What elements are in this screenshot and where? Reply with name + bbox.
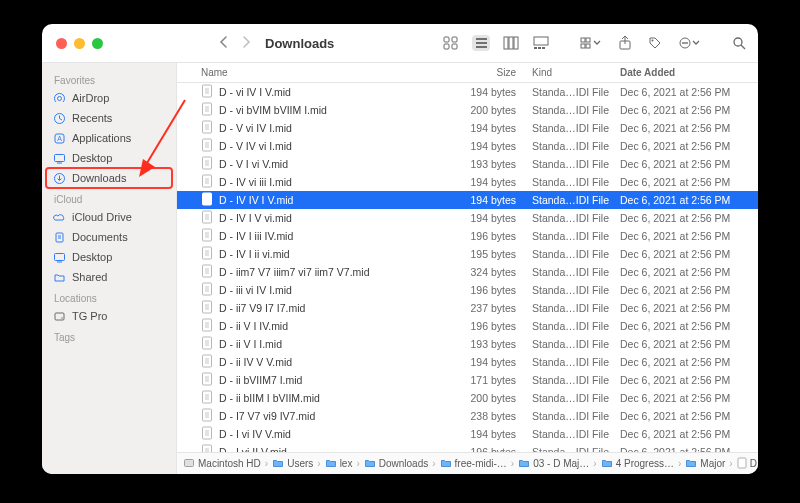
path-crumb[interactable]: Downloads — [364, 457, 428, 471]
forward-button[interactable] — [241, 35, 251, 51]
file-size: 194 bytes — [458, 212, 528, 224]
path-crumb[interactable]: Major — [685, 457, 725, 471]
window-controls — [56, 38, 103, 49]
file-name: D - ii bIIM I bVIIM.mid — [219, 392, 320, 404]
file-size: 194 bytes — [458, 140, 528, 152]
file-date: Dec 6, 2021 at 2:56 PM — [620, 140, 758, 152]
sidebar-item-label: Applications — [72, 132, 131, 144]
file-row[interactable]: D - IV I iii IV.mid196 bytesStanda…IDI F… — [177, 227, 758, 245]
file-row[interactable]: D - V I vi V.mid193 bytesStanda…IDI File… — [177, 155, 758, 173]
file-kind: Standa…IDI File — [528, 194, 620, 206]
file-size: 194 bytes — [458, 356, 528, 368]
icon-view-button[interactable] — [442, 35, 460, 51]
sidebar-item-tgpro[interactable]: TG Pro — [42, 306, 176, 326]
file-icon — [201, 156, 213, 172]
file-name: D - ii bVIIM7 I.mid — [219, 374, 302, 386]
desktop-icon — [52, 250, 66, 264]
file-row[interactable]: D - ii V I I.mid193 bytesStanda…IDI File… — [177, 335, 758, 353]
file-kind: Standa…IDI File — [528, 284, 620, 296]
close-button[interactable] — [56, 38, 67, 49]
file-icon — [201, 300, 213, 316]
sidebar-item-recents[interactable]: Recents — [42, 108, 176, 128]
file-row[interactable]: D - ii7 V9 I7 I7.mid237 bytesStanda…IDI … — [177, 299, 758, 317]
col-date-header[interactable]: Date Added — [620, 67, 758, 78]
svg-line-25 — [741, 45, 745, 49]
crumb-label: Downloads — [379, 458, 428, 469]
file-size: 193 bytes — [458, 338, 528, 350]
file-row[interactable]: D - V vi IV I.mid194 bytesStanda…IDI Fil… — [177, 119, 758, 137]
column-view-button[interactable] — [502, 35, 520, 51]
sidebar-item-downloads[interactable]: Downloads — [46, 168, 172, 188]
file-row[interactable]: D - I vi II V.mid196 bytesStanda…IDI Fil… — [177, 443, 758, 452]
file-row[interactable]: D - vi bVIM bVIIM I.mid200 bytesStanda…I… — [177, 101, 758, 119]
sidebar-item-applications[interactable]: AApplications — [42, 128, 176, 148]
path-crumb[interactable]: lex — [325, 457, 353, 471]
path-crumb[interactable]: 03 - D Maj… — [518, 457, 589, 471]
file-name: D - IV I V vi.mid — [219, 212, 292, 224]
minimize-button[interactable] — [74, 38, 85, 49]
col-name-header[interactable]: Name — [177, 67, 458, 78]
file-row[interactable]: D - IV I ii vi.mid195 bytesStanda…IDI Fi… — [177, 245, 758, 263]
path-crumb[interactable]: D - IV IV I V.mid — [737, 457, 758, 471]
list-view-button[interactable] — [472, 35, 490, 51]
path-crumb[interactable]: Users — [272, 457, 313, 471]
airdrop-icon — [52, 91, 66, 105]
back-button[interactable] — [219, 35, 229, 51]
file-kind: Standa…IDI File — [528, 374, 620, 386]
sidebar-section-header: Tags — [42, 326, 176, 345]
sidebar-item-shared[interactable]: Shared — [42, 267, 176, 287]
action-menu-button[interactable] — [676, 35, 702, 51]
file-row[interactable]: D - ii V I IV.mid196 bytesStanda…IDI Fil… — [177, 317, 758, 335]
file-row[interactable]: D - iii vi IV I.mid196 bytesStanda…IDI F… — [177, 281, 758, 299]
sidebar-item-label: TG Pro — [72, 310, 107, 322]
file-row[interactable]: D - ii IV V V.mid194 bytesStanda…IDI Fil… — [177, 353, 758, 371]
crumb-label: Users — [287, 458, 313, 469]
file-date: Dec 6, 2021 at 2:56 PM — [620, 212, 758, 224]
file-date: Dec 6, 2021 at 2:56 PM — [620, 104, 758, 116]
path-separator: › — [317, 458, 320, 469]
file-rows: D - vi IV I V.mid194 bytesStanda…IDI Fil… — [177, 83, 758, 452]
maximize-button[interactable] — [92, 38, 103, 49]
file-date: Dec 6, 2021 at 2:56 PM — [620, 338, 758, 350]
sidebar-item-label: Desktop — [72, 251, 112, 263]
file-kind: Standa…IDI File — [528, 230, 620, 242]
svg-rect-30 — [54, 154, 64, 161]
col-size-header[interactable]: Size — [458, 67, 528, 78]
file-row[interactable]: D - IV I V vi.mid194 bytesStanda…IDI Fil… — [177, 209, 758, 227]
svg-rect-8 — [509, 37, 513, 49]
share-button[interactable] — [616, 35, 634, 51]
file-kind: Standa…IDI File — [528, 158, 620, 170]
file-row[interactable]: D - iim7 V7 iiim7 vi7 iim7 V7.mid324 byt… — [177, 263, 758, 281]
svg-rect-11 — [534, 47, 537, 49]
sidebar-item-documents[interactable]: Documents — [42, 227, 176, 247]
path-crumb[interactable]: Macintosh HD — [183, 457, 261, 471]
col-kind-header[interactable]: Kind — [528, 67, 620, 78]
crumb-label: 03 - D Maj… — [533, 458, 589, 469]
file-row[interactable]: D - IV IV I V.mid194 bytesStanda…IDI Fil… — [177, 191, 758, 209]
file-row[interactable]: D - IV vi iii I.mid194 bytesStanda…IDI F… — [177, 173, 758, 191]
path-crumb[interactable]: free-midi-… — [440, 457, 507, 471]
file-row[interactable]: D - V IV vi I.mid194 bytesStanda…IDI Fil… — [177, 137, 758, 155]
tags-button[interactable] — [646, 35, 664, 51]
crumb-label: lex — [340, 458, 353, 469]
file-row[interactable]: D - ii bIIM I bVIIM.mid200 bytesStanda…I… — [177, 389, 758, 407]
sidebar-item-desktop2[interactable]: Desktop — [42, 247, 176, 267]
sidebar: FavoritesAirDropRecentsAApplicationsDesk… — [42, 63, 177, 474]
sidebar-item-airdrop[interactable]: AirDrop — [42, 88, 176, 108]
file-row[interactable]: D - I vi IV V.mid194 bytesStanda…IDI Fil… — [177, 425, 758, 443]
file-icon — [201, 282, 213, 298]
group-by-button[interactable] — [578, 35, 604, 51]
file-row[interactable]: D - vi IV I V.mid194 bytesStanda…IDI Fil… — [177, 83, 758, 101]
gallery-view-button[interactable] — [532, 35, 550, 51]
folder-icon — [601, 457, 613, 471]
path-crumb[interactable]: 4 Progress… — [601, 457, 674, 471]
file-icon — [201, 192, 213, 208]
file-row[interactable]: D - ii bVIIM7 I.mid171 bytesStanda…IDI F… — [177, 371, 758, 389]
sidebar-item-desktop1[interactable]: Desktop — [42, 148, 176, 168]
clock-icon — [52, 111, 66, 125]
sidebar-item-iclouddrive[interactable]: iCloud Drive — [42, 207, 176, 227]
folder-icon — [518, 457, 530, 471]
file-row[interactable]: D - I7 V7 vi9 IV7.mid238 bytesStanda…IDI… — [177, 407, 758, 425]
file-date: Dec 6, 2021 at 2:56 PM — [620, 356, 758, 368]
search-button[interactable] — [730, 35, 748, 51]
